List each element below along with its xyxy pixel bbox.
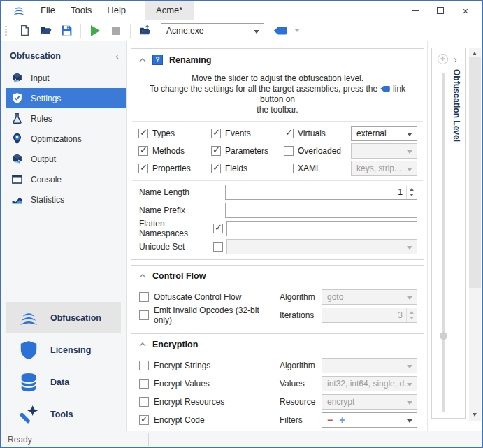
shield-check-icon xyxy=(11,92,23,104)
scrollbar-thumb[interactable] xyxy=(469,57,481,288)
overloaded-checkbox[interactable] xyxy=(284,146,294,156)
add-filter-icon[interactable]: + xyxy=(339,414,345,426)
nav-item-data[interactable]: Data xyxy=(6,366,121,398)
sidebar-item-console[interactable]: Console xyxy=(1,169,126,189)
spin-down-button[interactable] xyxy=(410,194,414,198)
emit-invalid-opcodes-checkbox[interactable] xyxy=(139,310,149,320)
menu-help[interactable]: Help xyxy=(99,1,134,20)
settings-content: ? Renaming Move the slider to adjust the… xyxy=(127,41,427,431)
help-icon[interactable]: ? xyxy=(152,55,163,65)
collapse-section-button[interactable] xyxy=(139,342,146,347)
fields-checkbox[interactable] xyxy=(211,164,221,173)
checkbox-label: Parameters xyxy=(225,146,268,156)
spin-up-button[interactable] xyxy=(410,186,414,191)
virtuals-checkbox[interactable] xyxy=(284,129,294,138)
flatten-namespaces-checkbox[interactable] xyxy=(213,224,223,233)
checkbox-label: Properties xyxy=(152,164,191,173)
link-settings-button[interactable] xyxy=(270,22,291,39)
section-title: Renaming xyxy=(169,55,211,65)
export-assembly-button[interactable] xyxy=(134,22,155,40)
nav-item-licensing[interactable]: Licensing xyxy=(6,334,121,366)
sidebar-collapse-button[interactable]: ‹ xyxy=(115,52,119,59)
encrypt-resources-checkbox[interactable] xyxy=(139,397,149,407)
sidebar-item-input[interactable]: Input xyxy=(1,68,126,88)
obfuscation-level-slider-track[interactable] xyxy=(442,73,445,412)
obfuscate-control-flow-checkbox[interactable] xyxy=(139,292,149,302)
values-select: int32, int64, single, d... xyxy=(322,376,417,391)
assembly-selector[interactable]: Acme.exe xyxy=(161,23,264,38)
menu-file[interactable]: File xyxy=(33,1,63,20)
name-prefix-input[interactable] xyxy=(225,203,417,218)
encrypt-code-checkbox[interactable] xyxy=(139,415,149,425)
types-checkbox[interactable] xyxy=(138,129,148,138)
obfuscation-level-panel: + › Obfuscation Level xyxy=(427,41,482,431)
minimize-button[interactable] xyxy=(403,1,428,20)
link-settings-dropdown[interactable] xyxy=(291,22,303,39)
menu-tools[interactable]: Tools xyxy=(63,1,99,20)
renaming-group: ? Renaming Move the slider to adjust the… xyxy=(131,48,424,260)
database-icon xyxy=(18,372,39,393)
title-bar: File Tools Help Acme* × xyxy=(1,1,482,20)
nav-item-tools[interactable]: Tools xyxy=(6,398,121,430)
toolbar-grip[interactable] xyxy=(5,25,7,36)
console-window-icon xyxy=(11,173,23,185)
checkbox-label: Types xyxy=(152,129,175,138)
sidebar-header-title: Obfuscation xyxy=(10,51,61,61)
nav-item-obfuscation[interactable]: Obfuscation xyxy=(6,302,121,333)
chevron-down-icon xyxy=(254,30,259,36)
encrypt-values-checkbox[interactable] xyxy=(139,379,149,389)
iterations-input: 3 xyxy=(322,308,417,323)
sidebar-item-optimizations[interactable]: Optimizations xyxy=(1,129,126,149)
chevron-down-icon xyxy=(407,133,412,139)
maximize-button[interactable] xyxy=(428,1,453,20)
stop-button[interactable] xyxy=(106,22,127,40)
encrypt-strings-checkbox[interactable] xyxy=(139,361,149,370)
name-length-input[interactable]: 1 xyxy=(225,185,417,200)
minimize-icon xyxy=(412,10,419,11)
sidebar-item-statistics[interactable]: Statistics xyxy=(1,189,126,210)
vertical-scrollbar[interactable] xyxy=(469,48,481,421)
open-project-button[interactable] xyxy=(35,22,56,40)
nav-item-label: Data xyxy=(50,377,69,387)
algorithm-select: goto xyxy=(322,289,417,305)
statusbar-separator xyxy=(148,433,149,446)
properties-checkbox[interactable] xyxy=(138,164,148,173)
toolbar-separator xyxy=(80,24,81,38)
sidebar-item-settings[interactable]: Settings xyxy=(6,88,126,108)
add-level-icon[interactable]: + xyxy=(438,54,448,64)
flatten-namespaces-input[interactable] xyxy=(226,221,417,236)
virtuals-mode-select[interactable]: external xyxy=(351,126,417,141)
filters-select[interactable]: − + xyxy=(322,412,417,428)
checkbox-label: Methods xyxy=(152,146,185,156)
save-button[interactable] xyxy=(56,22,77,40)
toolbar-separator xyxy=(130,24,131,38)
events-checkbox[interactable] xyxy=(211,129,221,138)
toolbar-separator xyxy=(312,24,312,38)
sidebar-item-rules[interactable]: Rules xyxy=(1,108,126,129)
collapse-section-button[interactable] xyxy=(139,58,146,62)
checkbox-label: Encrypt Values xyxy=(154,379,210,389)
remove-filter-icon[interactable]: − xyxy=(327,414,333,426)
link-arrow-icon xyxy=(273,26,288,36)
status-text: Ready xyxy=(1,435,32,445)
document-tab[interactable]: Acme* xyxy=(145,1,194,20)
rename-options-row: Methods Parameters Overloaded xyxy=(131,142,424,159)
collapse-section-button[interactable] xyxy=(139,274,146,278)
chevron-right-icon[interactable]: › xyxy=(454,54,457,65)
close-button[interactable]: × xyxy=(453,1,478,20)
scroll-down-icon[interactable] xyxy=(473,413,477,419)
run-button[interactable] xyxy=(85,22,106,40)
section-title: Control Flow xyxy=(152,271,206,281)
overloaded-mode-select xyxy=(351,143,417,159)
scroll-up-icon[interactable] xyxy=(473,50,477,55)
methods-checkbox[interactable] xyxy=(138,146,148,156)
stop-icon xyxy=(112,27,120,35)
resource-select: encrypt xyxy=(322,394,417,410)
xaml-checkbox[interactable] xyxy=(284,164,294,173)
sidebar-item-output[interactable]: Output xyxy=(1,149,126,169)
obfuscation-level-slider-handle[interactable] xyxy=(440,332,447,340)
unicode-set-checkbox[interactable] xyxy=(213,242,223,252)
sidebar: Obfuscation ‹ Input Settings xyxy=(1,41,127,431)
new-project-button[interactable] xyxy=(14,22,35,40)
parameters-checkbox[interactable] xyxy=(211,146,221,156)
